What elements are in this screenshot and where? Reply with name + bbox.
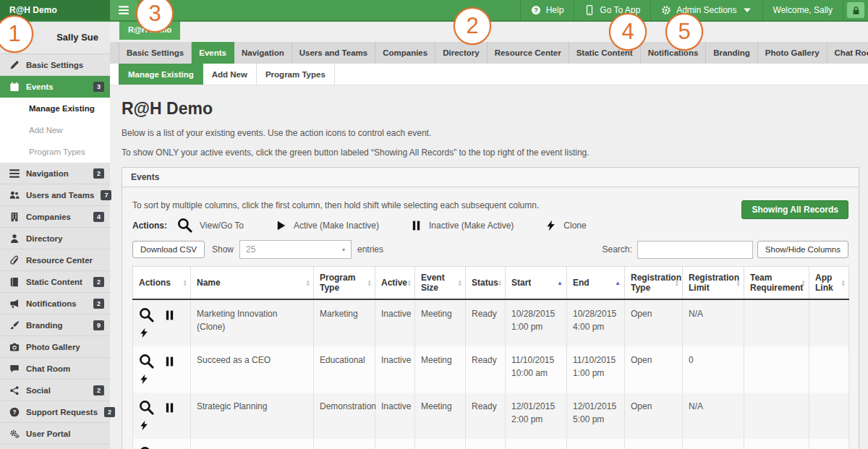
subtab-add-new[interactable]: Add New [203, 64, 257, 85]
tab-events[interactable]: Events [192, 42, 234, 64]
view-go-to-icon[interactable] [139, 307, 154, 322]
tab-photo-gallery[interactable]: Photo Gallery [758, 42, 827, 64]
program-type-cell: Demonstration [314, 439, 375, 449]
inactive-make-active-icon[interactable] [164, 402, 175, 414]
subtab-manage-existing[interactable]: Manage Existing [119, 64, 203, 85]
sidebar-item-user-portal[interactable]: User Portal [0, 423, 110, 445]
event-size-cell: Meeting [415, 346, 466, 393]
count-badge: 7 [101, 190, 111, 200]
name-cell: Marketing Innovation (Clone) [191, 299, 314, 346]
intro-text-2: To show ONLY your active events, click t… [122, 147, 859, 158]
column-header-label: App Link [815, 273, 833, 293]
registration-limit-cell: N/A [683, 439, 744, 449]
program-type-cell: Educational [314, 346, 375, 393]
sidebar-item-companies[interactable]: Companies4 [0, 206, 110, 228]
gears-icon [9, 429, 20, 439]
start-cell: 10/28/2015 1:00 pm [506, 299, 567, 346]
sidebar-subitem-manage-existing[interactable]: Manage Existing [0, 98, 110, 119]
column-header-label: Program Type [320, 273, 355, 293]
lock-button[interactable] [843, 0, 868, 20]
actions-cell [133, 346, 191, 393]
view-go-to-icon[interactable] [139, 354, 154, 369]
search-input[interactable] [637, 241, 753, 259]
column-header-registration-limit[interactable]: Registration Limit▲▼ [683, 267, 744, 300]
download-csv-button[interactable]: Download CSV [132, 241, 205, 258]
team-requirement-cell [744, 299, 809, 346]
svg-text:?: ? [534, 7, 537, 14]
registration-limit-cell: N/A [683, 299, 744, 346]
inactive-make-active-icon[interactable] [164, 309, 175, 321]
count-badge: 2 [93, 385, 104, 395]
sidebar-subitem-program-types[interactable]: Program Types [0, 141, 110, 163]
count-badge: 9 [93, 320, 104, 330]
inactive-make-active-icon[interactable] [164, 356, 175, 367]
sidebar-item-directory[interactable]: Directory [0, 228, 110, 249]
select-caret-icon: ▾ [342, 247, 345, 253]
table-header-row: Actions▲▼Name▲▼Program Type▲▼Active▲▼Eve… [133, 267, 849, 300]
tab-companies[interactable]: Companies [375, 42, 435, 64]
column-header-status[interactable]: Status▲▼ [466, 267, 506, 300]
entries-select[interactable]: 25 ▾ [239, 240, 352, 259]
sidebar-item-chat-room[interactable]: Chat Room [0, 358, 110, 380]
tab-chat-room[interactable]: Chat Room [827, 42, 868, 64]
column-header-event-size[interactable]: Event Size▲▼ [415, 267, 466, 300]
end-cell: 11/10/2015 1:00 pm [567, 346, 625, 393]
column-header-start[interactable]: Start▲ [506, 267, 567, 300]
sidebar-item-photo-gallery[interactable]: Photo Gallery [0, 336, 110, 358]
column-header-name[interactable]: Name▲▼ [191, 267, 314, 300]
sidebar-item-basic-settings[interactable]: Basic Settings [0, 54, 110, 76]
column-header-active[interactable]: Active▲▼ [375, 267, 415, 300]
search-label: Search: [602, 244, 631, 255]
view-go-to-icon[interactable] [139, 400, 154, 415]
sidebar-item-support-requests[interactable]: ?Support Requests2 [0, 401, 110, 423]
show-hide-columns-button[interactable]: Show/Hide Columns [757, 241, 848, 258]
sidebar-item-label: Events [26, 82, 54, 91]
sidebar-item-social[interactable]: Social2 [0, 380, 110, 401]
sidebar-item-users-and-teams[interactable]: Users and Teams7 [0, 184, 110, 206]
subtab-program-types[interactable]: Program Types [257, 64, 335, 85]
sidebar-subitem-add-new[interactable]: Add New [0, 119, 110, 141]
tab-navigation[interactable]: Navigation [234, 42, 292, 64]
showing-all-records-button[interactable]: Showing All Records [741, 200, 848, 219]
sidebar-item-navigation[interactable]: Navigation2 [0, 163, 110, 184]
tab-branding[interactable]: Branding [706, 42, 757, 64]
brush-icon [9, 320, 20, 330]
registration-type-cell: Closed [625, 439, 683, 449]
tab-basic-settings[interactable]: Basic Settings [119, 42, 192, 64]
clone-icon[interactable] [139, 373, 149, 385]
tab-resource-center[interactable]: Resource Center [488, 42, 569, 64]
view-go-to-icon[interactable] [139, 446, 154, 449]
admin-sections-dropdown[interactable]: Admin Sections [650, 0, 762, 20]
sidebar-item-resource-center[interactable]: Resource Center [0, 249, 110, 271]
legend-label: Active (Make Inactive) [294, 221, 379, 231]
column-header-app-link[interactable]: App Link▲▼ [809, 267, 849, 300]
clone-icon[interactable] [139, 327, 149, 339]
table-row: Succeed as a CEOEducationalInactiveMeeti… [133, 346, 849, 393]
help-button[interactable]: ? Help [520, 0, 574, 20]
end-cell: 12/01/2015 5:00 pm [567, 393, 625, 439]
sidebar-item-notifications[interactable]: Notifications2 [0, 293, 110, 315]
clone-icon[interactable] [139, 419, 149, 432]
sidebar-item-branding[interactable]: Branding9 [0, 315, 110, 336]
column-header-actions[interactable]: Actions▲▼ [133, 267, 191, 300]
name-cell: Succeed as a CEO [191, 346, 314, 393]
sidebar-item-label: Companies [26, 213, 71, 221]
column-header-registration-type[interactable]: Registration Type▲▼ [625, 267, 683, 300]
tab-users-and-teams[interactable]: Users and Teams [292, 42, 375, 64]
sort-icon: ▲▼ [841, 279, 846, 286]
sidebar-nav: Basic SettingsEvents3Manage ExistingAdd … [0, 54, 110, 445]
lock-icon [851, 6, 861, 15]
sort-icon: ▲▼ [407, 279, 412, 286]
tab-directory[interactable]: Directory [435, 42, 488, 64]
welcome-user-button[interactable]: Welcome, Sally [762, 0, 843, 20]
column-header-team-requirement[interactable]: Team Requirement▲▼ [744, 267, 809, 300]
sidebar-item-label: Basic Settings [26, 61, 83, 69]
sidebar-item-static-content[interactable]: Static Content2 [0, 271, 110, 293]
sidebar-item-events[interactable]: Events3 [0, 76, 110, 98]
column-header-end[interactable]: End▲ [567, 267, 625, 300]
sidebar-toggle-button[interactable] [110, 0, 137, 20]
table-controls: Download CSV Show 25 ▾ entries Search: S… [132, 240, 848, 259]
sidebar-item-label: Branding [26, 321, 62, 330]
column-header-program-type[interactable]: Program Type▲▼ [314, 267, 375, 300]
pencil-icon [9, 60, 20, 70]
